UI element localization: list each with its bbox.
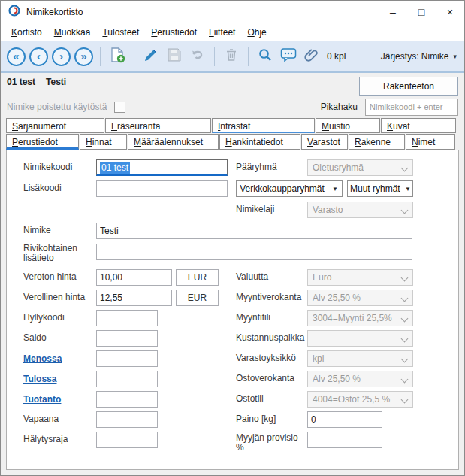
ostotili-dropdown[interactable]: 4004=Ostot 25,5 % xyxy=(307,391,413,408)
nimikekoodi-selected-text: 01 test xyxy=(100,162,130,174)
rakenteeton-button[interactable]: Rakenteeton xyxy=(359,77,458,96)
nimikelaji-dropdown[interactable]: Varasto xyxy=(307,202,413,218)
varastoyksikko-value: kpl xyxy=(313,353,324,364)
tab-hankintatiedot[interactable]: Hankintatiedot xyxy=(219,134,300,150)
verkkokaupparyhmat-button[interactable]: Verkkokaupparyhmät ▼ xyxy=(236,180,343,197)
valuutta-dropdown[interactable]: Euro xyxy=(307,269,413,286)
tuotanto-link[interactable]: Tuotanto xyxy=(23,394,61,405)
chevron-down-icon xyxy=(401,376,409,384)
menu-item-kortisto[interactable]: Kortisto xyxy=(5,25,48,40)
ostoverokanta-value: Alv 25,50 % xyxy=(313,374,361,384)
verollinen-hinta-label: Verollinen hinta xyxy=(23,293,92,302)
menu-item-perustiedot[interactable]: Perustiedot xyxy=(145,25,203,40)
speech-bubble-icon xyxy=(280,47,297,65)
nimikelaji-label: Nimikelaji xyxy=(236,205,307,214)
search-button[interactable] xyxy=(255,47,275,66)
first-record-button[interactable]: « xyxy=(7,47,26,66)
saldo-input[interactable] xyxy=(96,330,158,347)
rivilisatieto-input[interactable] xyxy=(96,244,412,260)
menossa-input[interactable] xyxy=(96,350,158,367)
comment-button[interactable] xyxy=(279,47,298,66)
chevron-down-icon xyxy=(401,274,409,282)
save-button[interactable] xyxy=(165,47,184,66)
record-header: 01 test Testi Rakenteeton Nimike poistet… xyxy=(1,73,464,118)
item-disabled-checkbox[interactable] xyxy=(114,102,125,113)
paino-input[interactable] xyxy=(307,411,382,428)
lisakoodi-input[interactable] xyxy=(96,180,228,197)
title-bar: Nimikekortisto – □ × xyxy=(1,1,464,23)
app-logo-icon xyxy=(8,5,20,20)
paaryhma-dropdown[interactable]: Oletusryhmä xyxy=(307,159,413,176)
veroton-hinta-input[interactable] xyxy=(96,269,172,286)
menu-item-liitteet[interactable]: Liitteet xyxy=(203,25,241,40)
sort-order-dropdown[interactable]: Järjestys: Nimike ▾ xyxy=(381,51,458,62)
toolbar-separator xyxy=(100,47,101,66)
tab-muistio[interactable]: Muistio xyxy=(316,118,380,133)
close-button[interactable]: × xyxy=(436,1,464,23)
tab-rakenne[interactable]: Rakenne xyxy=(349,134,405,150)
toolbar: « ‹ › » 0 kpl Jär xyxy=(1,41,464,73)
tab-perustiedot[interactable]: Perustiedot xyxy=(6,134,79,150)
hyllykoodi-label: Hyllykoodi xyxy=(23,313,92,323)
tulossa-input[interactable] xyxy=(96,371,158,387)
item-disabled-label: Nimike poistettu käytöstä xyxy=(7,102,107,112)
menu-item-muokkaa[interactable]: Muokkaa xyxy=(48,25,97,40)
ostoverokanta-dropdown[interactable]: Alv 25,50 % xyxy=(307,371,413,387)
tab-kuvat[interactable]: Kuvat xyxy=(381,118,456,133)
verollinen-hinta-input[interactable] xyxy=(96,290,172,306)
undo-button[interactable] xyxy=(188,47,207,66)
muut-ryhmat-button[interactable]: Muut ryhmät ▼ xyxy=(347,180,413,197)
delete-button[interactable] xyxy=(222,47,241,66)
chevron-down-icon xyxy=(401,335,409,343)
menu-item-ohje[interactable]: Ohje xyxy=(241,25,272,40)
myyntiverokanta-label: Myyntiverokanta xyxy=(236,293,307,302)
new-record-button[interactable] xyxy=(107,47,127,66)
myyntiverokanta-dropdown[interactable]: Alv 25,50 % xyxy=(307,290,413,306)
verkkokaupparyhmat-label: Verkkokaupparyhmät xyxy=(237,181,328,196)
tab-varastot[interactable]: Varastot xyxy=(301,134,348,150)
menu-item-tulosteet[interactable]: Tulosteet xyxy=(96,25,145,40)
search-icon xyxy=(258,47,273,65)
quick-search-input[interactable] xyxy=(365,99,458,116)
tab-hinnat[interactable]: Hinnat xyxy=(80,134,127,150)
tab-intrastat[interactable]: Intrastat xyxy=(212,118,315,133)
varastoyksikko-label: Varastoyksikkö xyxy=(236,353,307,363)
paperclip-icon xyxy=(304,47,319,65)
nimike-label: Nimike xyxy=(23,226,92,235)
nimikekoodi-input[interactable]: 01 test xyxy=(96,159,228,176)
chevron-down-icon: ▾ xyxy=(453,53,457,60)
menossa-link[interactable]: Menossa xyxy=(23,353,62,364)
chevron-down-icon xyxy=(401,396,409,404)
previous-record-button[interactable]: ‹ xyxy=(29,47,48,66)
nimike-input[interactable] xyxy=(96,223,412,239)
edit-button[interactable] xyxy=(141,47,161,66)
last-record-button[interactable]: » xyxy=(74,47,93,66)
myyntitili-value: 3004=Myynti 25,5% xyxy=(313,313,392,323)
sort-order-label: Järjestys: Nimike xyxy=(381,51,449,62)
maximize-button[interactable]: □ xyxy=(407,1,436,23)
tulossa-link[interactable]: Tulossa xyxy=(23,374,56,384)
vapaana-input[interactable] xyxy=(96,411,158,428)
halytysraja-input[interactable] xyxy=(96,432,158,448)
kustannuspaikka-dropdown[interactable] xyxy=(307,330,413,347)
tab-maaraalennukset[interactable]: Määräalennukset xyxy=(128,134,219,150)
provisio-input[interactable] xyxy=(307,432,382,448)
varastoyksikko-dropdown[interactable]: kpl xyxy=(307,350,413,367)
myyntitili-dropdown[interactable]: 3004=Myynti 25,5% xyxy=(307,310,413,326)
tab-sarjanumerot[interactable]: Sarjanumerot xyxy=(6,118,104,133)
dropdown-arrow-icon: ▼ xyxy=(328,181,342,196)
tab-eraseuranta[interactable]: Eräseuranta xyxy=(105,118,211,133)
saldo-label: Saldo xyxy=(23,333,92,343)
tab-nimet[interactable]: Nimet xyxy=(406,134,455,150)
menu-bar: Kortisto Muokkaa Tulosteet Perustiedot L… xyxy=(1,23,464,41)
muut-ryhmat-label: Muut ryhmät xyxy=(348,181,403,196)
trash-icon xyxy=(224,47,239,65)
chevron-down-icon xyxy=(401,295,409,302)
attachments-button[interactable] xyxy=(302,47,322,66)
tuotanto-input[interactable] xyxy=(96,391,158,408)
hyllykoodi-input[interactable] xyxy=(96,310,158,326)
vapaana-label: Vapaana xyxy=(23,414,92,424)
next-record-button[interactable]: › xyxy=(52,47,71,66)
minimize-button[interactable]: – xyxy=(379,1,407,23)
undo-arrow-icon xyxy=(190,47,205,65)
